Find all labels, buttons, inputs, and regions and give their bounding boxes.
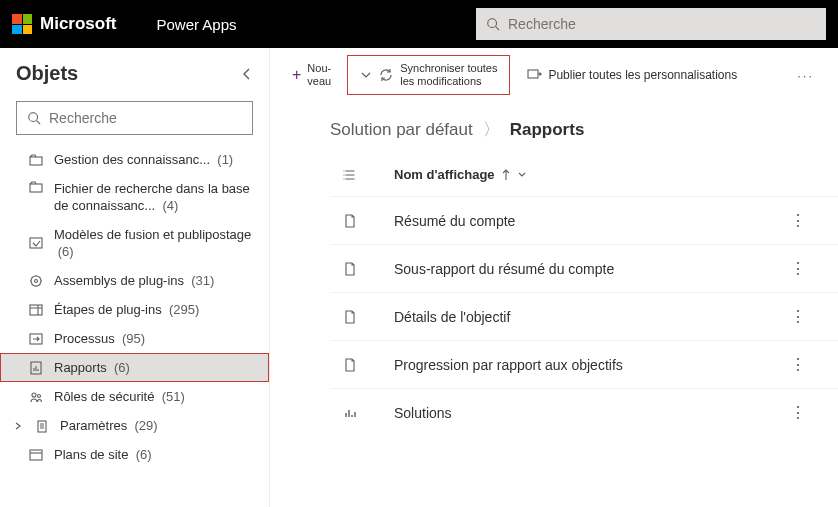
breadcrumb-current: Rapports	[510, 120, 585, 140]
new-label-2: veau	[307, 75, 331, 87]
collapse-sidebar-button[interactable]	[241, 67, 253, 81]
doc-icon	[330, 262, 370, 276]
more-commands-button[interactable]: ···	[785, 62, 826, 89]
chevron-down-icon	[360, 69, 372, 81]
top-bar: Microsoft Power Apps	[0, 0, 838, 48]
global-search[interactable]	[476, 8, 826, 40]
sidebar-search[interactable]	[16, 101, 253, 135]
list-row[interactable]: Résumé du compte⋮	[330, 196, 838, 244]
list-row[interactable]: Sous-rapport du résumé du compte⋮	[330, 244, 838, 292]
global-search-input[interactable]	[508, 16, 816, 32]
svg-rect-5	[30, 184, 42, 192]
chevron-left-icon	[241, 67, 253, 81]
settings-icon	[34, 419, 50, 433]
chevron-down-icon	[517, 170, 527, 180]
name-column-header[interactable]: Nom d'affichage	[394, 167, 527, 182]
sidebar-item-label: Gestion des connaissanc... (1)	[54, 151, 255, 168]
search-icon	[486, 17, 500, 31]
sidebar-item-steps[interactable]: Étapes de plug-ins (295)	[0, 295, 269, 324]
sidebar-item-settings[interactable]: Paramètres (29)	[0, 411, 269, 440]
row-more-button[interactable]: ⋮	[782, 211, 814, 230]
sidebar: Objets Gestion des connaissanc... (1)Fic…	[0, 48, 270, 507]
sync-label-1: Synchroniser toutes	[400, 62, 497, 74]
sidebar-item-plugin[interactable]: Assemblys de plug-ins (31)	[0, 266, 269, 295]
sidebar-item-label: Étapes de plug-ins (295)	[54, 301, 255, 318]
steps-icon	[28, 303, 44, 317]
svg-rect-15	[30, 450, 42, 460]
folder-icon	[28, 180, 44, 194]
svg-rect-9	[30, 305, 42, 315]
merge-icon	[28, 236, 44, 250]
svg-rect-16	[528, 70, 538, 78]
publish-button[interactable]: Publier toutes les personnalisations	[516, 61, 747, 89]
sidebar-item-label: Modèles de fusion et publipostage (6)	[54, 226, 255, 260]
list-row[interactable]: Solutions⋮	[330, 388, 838, 436]
breadcrumb-root[interactable]: Solution par défaut	[330, 120, 473, 140]
plugin-icon	[28, 274, 44, 288]
sidebar-item-label: Fichier de recherche dans la base de con…	[54, 180, 255, 214]
row-more-button[interactable]: ⋮	[782, 403, 814, 422]
svg-rect-4	[30, 157, 42, 165]
sidebar-item-label: Plans de site (6)	[54, 446, 255, 463]
list-row[interactable]: Détails de l'objectif⋮	[330, 292, 838, 340]
name-column-label: Nom d'affichage	[394, 167, 495, 182]
sitemap-icon	[28, 448, 44, 462]
list-row[interactable]: Progression par rapport aux objectifs⋮	[330, 340, 838, 388]
svg-line-3	[37, 121, 41, 125]
folder-icon	[28, 153, 44, 167]
sidebar-item-folder[interactable]: Fichier de recherche dans la base de con…	[0, 174, 269, 220]
list-header: Nom d'affichage	[330, 157, 838, 196]
svg-line-1	[496, 27, 500, 31]
sidebar-item-report[interactable]: Rapports (6)	[0, 353, 269, 382]
new-button[interactable]: + Nou-veau	[282, 56, 341, 94]
app-name: Power Apps	[157, 16, 237, 33]
sort-asc-icon	[501, 169, 511, 181]
svg-point-12	[32, 393, 36, 397]
svg-point-8	[35, 279, 38, 282]
svg-point-0	[488, 19, 497, 28]
chevron-right-icon	[14, 421, 24, 431]
sidebar-item-roles[interactable]: Rôles de sécurité (51)	[0, 382, 269, 411]
object-tree: Gestion des connaissanc... (1)Fichier de…	[0, 145, 269, 507]
chevron-right-icon: 〉	[483, 118, 500, 141]
ms-logo: Microsoft	[12, 14, 117, 34]
publish-label: Publier toutes les personnalisations	[548, 68, 737, 82]
list-icon	[343, 168, 357, 182]
svg-point-13	[38, 394, 41, 397]
row-name: Progression par rapport aux objectifs	[370, 357, 782, 373]
svg-point-2	[29, 113, 38, 122]
column-config-button[interactable]	[330, 168, 370, 182]
plus-icon: +	[292, 66, 301, 84]
report-icon	[28, 361, 44, 375]
new-label-1: Nou-	[307, 62, 331, 74]
search-icon	[27, 111, 41, 125]
row-name: Résumé du compte	[370, 213, 782, 229]
sidebar-item-process[interactable]: Processus (95)	[0, 324, 269, 353]
row-name: Sous-rapport du résumé du compte	[370, 261, 782, 277]
sidebar-item-merge[interactable]: Modèles de fusion et publipostage (6)	[0, 220, 269, 266]
sidebar-search-input[interactable]	[49, 110, 242, 126]
company-name: Microsoft	[40, 14, 117, 34]
main-area: + Nou-veau Synchroniser toutesles modifi…	[270, 48, 838, 507]
report-list: Nom d'affichage Résumé du compte⋮Sous-ra…	[270, 149, 838, 436]
row-more-button[interactable]: ⋮	[782, 307, 814, 326]
sync-label-2: les modifications	[400, 75, 481, 87]
sidebar-item-folder[interactable]: Gestion des connaissanc... (1)	[0, 145, 269, 174]
row-more-button[interactable]: ⋮	[782, 355, 814, 374]
sidebar-item-sitemap[interactable]: Plans de site (6)	[0, 440, 269, 469]
process-icon	[28, 332, 44, 346]
row-more-button[interactable]: ⋮	[782, 259, 814, 278]
command-bar: + Nou-veau Synchroniser toutesles modifi…	[270, 48, 838, 102]
sidebar-item-label: Assemblys de plug-ins (31)	[54, 272, 255, 289]
doc-icon	[330, 310, 370, 324]
publish-icon	[526, 67, 542, 83]
row-name: Solutions	[370, 405, 782, 421]
doc-icon	[330, 358, 370, 372]
sync-button[interactable]: Synchroniser toutesles modifications	[347, 55, 510, 95]
row-name: Détails de l'objectif	[370, 309, 782, 325]
doc-icon	[330, 214, 370, 228]
chart-icon	[330, 406, 370, 420]
sidebar-item-label: Paramètres (29)	[60, 417, 255, 434]
sidebar-item-label: Rapports (6)	[54, 359, 255, 376]
sidebar-item-label: Rôles de sécurité (51)	[54, 388, 255, 405]
